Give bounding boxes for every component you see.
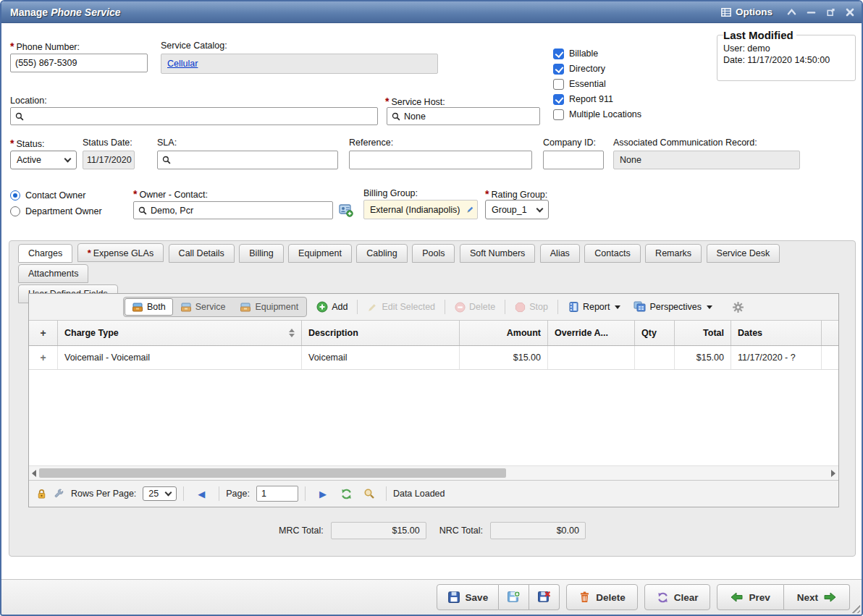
status-date-value: 11/17/2020 xyxy=(83,151,135,169)
edit-selected-button[interactable]: Edit Selected xyxy=(363,302,439,313)
previous-page-icon[interactable] xyxy=(190,489,212,499)
checkbox-directory[interactable]: Directory xyxy=(553,63,605,75)
tab-charges[interactable]: Charges xyxy=(18,244,72,263)
billable-checkbox[interactable] xyxy=(553,48,564,59)
directory-checkbox[interactable] xyxy=(553,64,564,75)
rating-group-select[interactable]: Group_1 xyxy=(485,200,549,219)
clear-button[interactable]: Clear xyxy=(644,584,711,610)
add-contact-icon[interactable] xyxy=(339,203,353,217)
grid-search-icon[interactable] xyxy=(363,488,375,499)
toggle-equipment-button[interactable]: Equipment xyxy=(232,298,306,316)
essential-checkbox[interactable] xyxy=(553,79,564,90)
service-catalog-link[interactable]: Cellular xyxy=(167,59,198,69)
tab-expense-glas[interactable]: Expense GLAs xyxy=(77,243,164,262)
options-button[interactable]: Options xyxy=(721,7,773,17)
report-menu-button[interactable]: Report xyxy=(564,301,625,313)
checkbox-multiple-locations[interactable]: Multiple Locations xyxy=(553,109,641,120)
expand-all-column-header[interactable] xyxy=(29,321,58,345)
delete-button[interactable]: Delete xyxy=(566,584,638,610)
save-and-close-button[interactable] xyxy=(529,584,560,610)
tab-soft-numbers[interactable]: Soft Numbers xyxy=(460,244,535,263)
lock-icon[interactable] xyxy=(36,488,47,499)
perspectives-menu-button[interactable]: Perspectives xyxy=(630,301,716,313)
next-arrow-icon xyxy=(823,591,836,603)
add-charge-button[interactable]: Add xyxy=(313,301,351,313)
save-and-new-button[interactable] xyxy=(499,584,529,610)
tab-contacts[interactable]: Contacts xyxy=(584,244,640,263)
checkbox-essential[interactable]: Essential xyxy=(553,78,606,90)
contact-owner-radio[interactable] xyxy=(10,190,20,201)
checkbox-billable[interactable]: Billable xyxy=(553,48,598,59)
tab-cabling[interactable]: Cabling xyxy=(356,244,407,263)
tab-service-desk[interactable]: Service Desk xyxy=(707,244,780,263)
column-header-total[interactable]: Total xyxy=(675,321,731,345)
column-header-charge-type[interactable]: Charge Type xyxy=(58,321,302,345)
column-header-qty[interactable]: Qty xyxy=(635,321,675,345)
column-header-description[interactable]: Description xyxy=(302,321,460,345)
tab-pools[interactable]: Pools xyxy=(412,244,455,263)
scrollbar-thumb[interactable] xyxy=(39,468,506,478)
tab-alias[interactable]: Alias xyxy=(540,244,580,263)
expand-all-icon[interactable] xyxy=(40,327,46,339)
mrc-total-value: $15.00 xyxy=(331,522,426,539)
expand-row-icon[interactable] xyxy=(40,352,46,363)
column-header-dates[interactable]: Dates xyxy=(731,321,822,345)
edit-pencil-icon[interactable] xyxy=(466,206,474,214)
popout-icon[interactable] xyxy=(826,8,835,17)
scroll-left-arrow-icon[interactable] xyxy=(32,470,36,477)
next-button[interactable]: Next xyxy=(784,584,850,610)
trash-icon xyxy=(578,591,591,604)
company-id-input[interactable] xyxy=(543,151,604,169)
last-modified-date: Date: 11/17/2020 14:50:00 xyxy=(723,55,849,65)
collapse-icon[interactable] xyxy=(787,8,796,16)
status-select[interactable]: Active xyxy=(10,151,77,169)
required-marker xyxy=(88,248,91,258)
mrc-total-label: MRC Total: xyxy=(279,526,324,536)
prev-button[interactable]: Prev xyxy=(717,584,783,610)
radio-contact-owner[interactable]: Contact Owner xyxy=(10,190,85,201)
rows-per-page-select[interactable]: 25 xyxy=(143,486,177,501)
tab-equipment[interactable]: Equipment xyxy=(288,244,352,263)
sla-input[interactable] xyxy=(174,155,333,165)
status-date-label: Status Date: xyxy=(83,138,132,148)
toggle-service-button[interactable]: Service xyxy=(173,298,233,316)
service-host-input[interactable] xyxy=(404,111,535,122)
next-page-icon[interactable] xyxy=(312,489,334,499)
location-input[interactable] xyxy=(28,111,373,122)
radio-department-owner[interactable]: Department Owner xyxy=(10,206,102,217)
sort-icon[interactable] xyxy=(289,329,295,337)
last-modified-user: User: demo xyxy=(723,43,849,54)
report-911-checkbox[interactable] xyxy=(553,94,564,105)
column-header-amount[interactable]: Amount xyxy=(460,321,548,345)
multiple-locations-checkbox[interactable] xyxy=(553,109,564,120)
stop-charge-button[interactable]: Stop xyxy=(511,302,552,313)
column-header-override[interactable]: Override A... xyxy=(548,321,635,345)
checkbox-report-911[interactable]: Report 911 xyxy=(553,93,613,105)
billing-group-field[interactable]: External (Indianapolis) xyxy=(363,200,478,219)
perspectives-icon xyxy=(633,301,646,313)
close-icon[interactable] xyxy=(846,8,854,17)
department-owner-radio[interactable] xyxy=(10,206,20,216)
tab-billing[interactable]: Billing xyxy=(239,244,283,263)
table-row[interactable]: Voicemail - Voicemail Voicemail $15.00 $… xyxy=(29,346,838,370)
chevron-down-icon xyxy=(165,489,172,497)
minimize-icon[interactable] xyxy=(807,8,816,16)
tab-attachments[interactable]: Attachments xyxy=(18,264,88,283)
refresh-icon[interactable] xyxy=(340,488,353,500)
owner-contact-input[interactable] xyxy=(151,206,328,216)
toggle-both-button[interactable]: Both xyxy=(125,298,173,316)
grid-settings-gear-icon[interactable] xyxy=(732,301,744,313)
save-button[interactable]: Save xyxy=(437,584,500,610)
delete-charge-button[interactable]: Delete xyxy=(451,302,499,313)
wrench-icon[interactable] xyxy=(54,489,64,499)
scroll-right-arrow-icon[interactable] xyxy=(831,470,835,477)
row-expand-cell[interactable] xyxy=(29,346,58,369)
tab-remarks[interactable]: Remarks xyxy=(645,244,702,263)
phone-number-input[interactable] xyxy=(10,54,148,72)
tab-call-details[interactable]: Call Details xyxy=(169,244,235,263)
horizontal-scrollbar[interactable] xyxy=(29,465,838,480)
nrc-total-value: $0.00 xyxy=(490,522,586,539)
reference-input[interactable] xyxy=(349,151,532,169)
page-number-input[interactable] xyxy=(256,486,298,502)
chevron-down-icon xyxy=(64,156,72,163)
